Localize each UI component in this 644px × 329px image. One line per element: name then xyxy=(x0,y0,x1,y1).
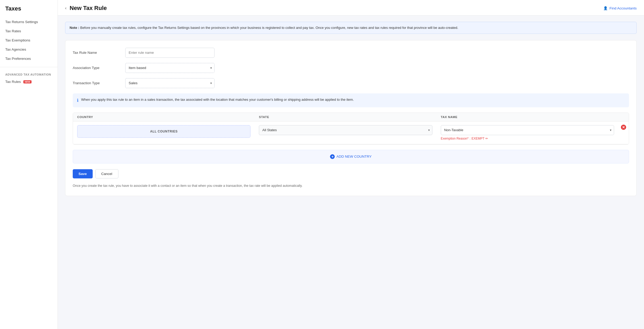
new-badge: NEW xyxy=(23,80,32,83)
association-type-label: Association Type xyxy=(73,66,125,70)
info-text: When you apply this tax rule to an item … xyxy=(81,97,354,102)
tax-name-select-wrap: Non-Taxable ▾ xyxy=(441,125,614,135)
sidebar-nav-advanced: Tax Rules NEW xyxy=(0,77,57,86)
state-cell: All States ▾ xyxy=(255,121,436,139)
add-country-bar: + ADD NEW COUNTRY xyxy=(73,150,629,163)
tax-name-select[interactable]: Non-Taxable xyxy=(441,125,614,135)
col-header-tax-name: TAX NAME xyxy=(437,113,618,121)
add-country-label: ADD NEW COUNTRY xyxy=(336,155,371,158)
sidebar: Taxes Tax Returns Settings Tax Rates Tax… xyxy=(0,0,58,329)
tax-table-header: COUNTRY STATE TAX NAME xyxy=(73,113,629,121)
col-header-actions xyxy=(618,113,629,121)
all-countries-button[interactable]: ALL COUNTRIES xyxy=(77,125,250,138)
save-button[interactable]: Save xyxy=(73,169,93,178)
action-buttons: Save Cancel xyxy=(73,169,629,178)
tax-rule-name-input[interactable] xyxy=(125,48,214,58)
exemption-reason-separator: : xyxy=(470,137,470,140)
state-select-wrap: All States ▾ xyxy=(259,125,432,135)
sidebar-item-tax-agencies[interactable]: Tax Agencies xyxy=(0,45,57,54)
sidebar-item-tax-rates[interactable]: Tax Rates xyxy=(0,26,57,36)
col-header-state: STATE xyxy=(255,113,436,121)
add-new-country-button[interactable]: + ADD NEW COUNTRY xyxy=(330,154,371,159)
info-icon: ℹ xyxy=(77,97,78,104)
transaction-type-row: Transaction Type Sales Purchases ▾ xyxy=(73,78,629,88)
col-header-country: COUNTRY xyxy=(73,113,255,121)
sidebar-item-tax-exemptions[interactable]: Tax Exemptions xyxy=(0,36,57,45)
page-title: New Tax Rule xyxy=(70,5,107,12)
find-accountants-button[interactable]: 👤 Find Accountants xyxy=(603,6,637,10)
country-cell: ALL COUNTRIES xyxy=(73,121,255,141)
association-type-select-wrap: Item based Contact based ▾ xyxy=(125,63,214,73)
exemption-reason: Exemption Reason* : EXEMPT ✏ xyxy=(441,137,614,140)
back-arrow[interactable]: ‹ xyxy=(65,6,66,10)
header-left: ‹ New Tax Rule xyxy=(65,5,107,12)
sidebar-nav: Tax Returns Settings Tax Rates Tax Exemp… xyxy=(0,17,57,63)
association-type-row: Association Type Item based Contact base… xyxy=(73,63,629,73)
tax-rules-label: Tax Rules xyxy=(5,80,21,84)
footer-note: Once you create the tax rule, you have t… xyxy=(73,183,629,188)
exemption-reason-label: Exemption Reason* xyxy=(441,137,469,140)
remove-row-cell: ✕ xyxy=(618,121,629,133)
transaction-type-label: Transaction Type xyxy=(73,81,125,85)
cancel-button[interactable]: Cancel xyxy=(95,169,118,178)
info-box: ℹ When you apply this tax rule to an ite… xyxy=(73,93,629,107)
transaction-type-select-wrap: Sales Purchases ▾ xyxy=(125,78,214,88)
form-card: Tax Rule Name Association Type Item base… xyxy=(65,40,637,196)
sidebar-divider xyxy=(0,67,57,67)
plus-circle-icon: + xyxy=(330,154,335,159)
note-prefix: Note : xyxy=(70,26,79,30)
advanced-section-label: ADVANCED TAX AUTOMATION xyxy=(0,71,57,77)
table-row: ALL COUNTRIES All States ▾ xyxy=(73,121,629,144)
sidebar-title: Taxes xyxy=(0,5,57,17)
page-content: Note : Before you manually create tax ru… xyxy=(58,15,644,202)
tax-rule-name-row: Tax Rule Name xyxy=(73,48,629,58)
sidebar-item-tax-preferences[interactable]: Tax Preferences xyxy=(0,54,57,63)
state-select[interactable]: All States xyxy=(259,125,432,135)
find-accountants-icon: 👤 xyxy=(603,6,608,10)
tax-rule-name-label: Tax Rule Name xyxy=(73,51,125,55)
main-content: ‹ New Tax Rule 👤 Find Accountants Note :… xyxy=(58,0,644,329)
remove-row-button[interactable]: ✕ xyxy=(621,125,626,130)
tax-name-cell: Non-Taxable ▾ Exemption Reason* : EXEMPT… xyxy=(437,121,618,144)
exemption-reason-value: EXEMPT xyxy=(472,137,484,140)
main-header: ‹ New Tax Rule 👤 Find Accountants xyxy=(58,0,644,15)
tax-table: COUNTRY STATE TAX NAME ALL COUNTRIES All… xyxy=(73,113,629,145)
note-banner: Note : Before you manually create tax ru… xyxy=(65,22,637,34)
sidebar-item-tax-returns-settings[interactable]: Tax Returns Settings xyxy=(0,17,57,26)
note-text: Before you manually create tax rules, co… xyxy=(80,26,458,30)
association-type-select[interactable]: Item based Contact based xyxy=(125,63,214,73)
transaction-type-select[interactable]: Sales Purchases xyxy=(125,78,214,88)
exemption-edit-icon[interactable]: ✏ xyxy=(485,137,488,140)
find-accountants-label: Find Accountants xyxy=(609,6,637,10)
sidebar-item-tax-rules[interactable]: Tax Rules NEW xyxy=(0,77,57,86)
